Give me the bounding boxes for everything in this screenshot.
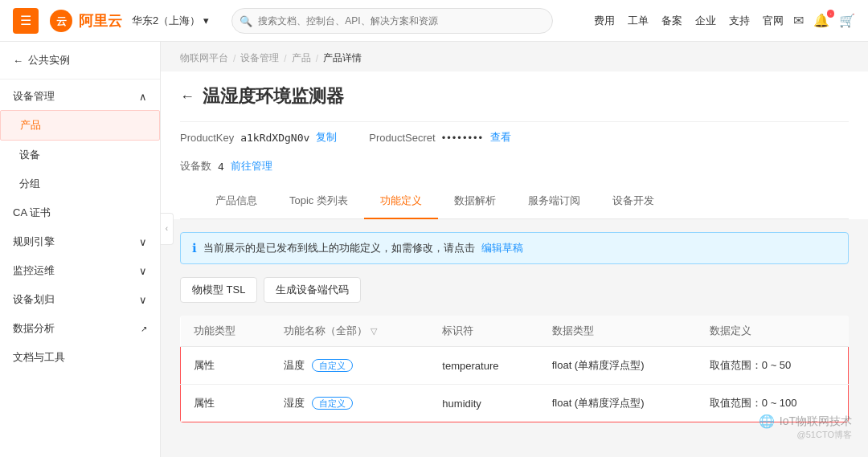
mail-icon[interactable]: ✉ [793,13,804,28]
sidebar-item-product[interactable]: 产品 [0,110,160,141]
col-type: 功能类型 [181,316,271,347]
filter-icon[interactable]: ▽ [371,326,377,337]
nav-link-beian[interactable]: 备案 [661,14,682,28]
col-name: 功能名称（全部） ▽ [271,316,430,347]
nav-link-fees[interactable]: 费用 [594,14,615,28]
row1-type: 属性 [181,347,271,385]
dataanalysis-label: 数据分析 [13,321,55,336]
sidebar-section-dataanalysis: 数据分析 ↗ [0,314,160,343]
nav-link-official[interactable]: 官网 [763,14,784,28]
bell-icon[interactable]: 🔔· [813,13,829,28]
page-header: ← 温湿度环境监测器 ProductKey a1kRdXDgN0v 复制 Pro… [161,71,868,219]
logo: 云 阿里云 [48,8,122,34]
hamburger-button[interactable]: ☰ [13,8,39,34]
col-datadef: 数据定义 [697,316,849,347]
content-area: ℹ 当前展示的是已发布到线上的功能定义，如需修改，请点击 编辑草稿 物模型 TS… [161,219,868,435]
copy-button[interactable]: 复制 [316,130,337,145]
product-secret-item: ProductSecret •••••••• 查看 [369,130,511,145]
sidebar-group-docs[interactable]: 文档与工具 [0,343,160,372]
nav-icons: ✉ 🔔· 🛒 [793,13,855,28]
rules-label: 规则引擎 [13,235,55,249]
global-search[interactable]: 🔍 [231,8,553,34]
search-input[interactable] [231,8,553,34]
product-key-item: ProductKey a1kRdXDgN0v 复制 [180,130,337,145]
main-layout: ← 公共实例 设备管理 ∧ 产品 设备 分组 CA 证书 规则引擎 ∨ [0,42,868,457]
sidebar-item-ca[interactable]: CA 证书 [0,198,160,227]
breadcrumb-iot[interactable]: 物联网平台 [180,51,228,65]
hamburger-icon: ☰ [20,13,31,28]
sidebar-item-group[interactable]: 分组 [0,169,160,198]
edit-draft-link[interactable]: 编辑草稿 [481,241,523,255]
sidebar-section-ca: CA 证书 [0,198,160,227]
page-back-button[interactable]: ← [180,88,194,105]
gen-code-button[interactable]: 生成设备端代码 [264,277,361,303]
row1-datatype: float (单精度浮点型) [539,347,697,385]
breadcrumb-product[interactable]: 产品 [292,51,311,65]
table-body: 属性 温度 自定义 temperature float (单精度浮点型) 取值范… [181,347,849,422]
row1-tag: 自定义 [312,359,353,372]
sidebar-group-monitor[interactable]: 监控运维 ∨ [0,256,160,285]
sidebar-section-device-mgmt: 设备管理 ∧ 产品 设备 分组 [0,80,160,198]
aliyun-logo-icon: 云 [48,8,74,34]
tab-data-parse[interactable]: 数据解析 [438,184,512,219]
chevron-down-icon: ▾ [203,14,209,27]
row2-tag: 自定义 [312,397,353,410]
product-key-label: ProductKey [180,132,234,144]
region-selector[interactable]: 华东2（上海） ▾ [132,14,209,28]
breadcrumb-device-mgmt[interactable]: 设备管理 [240,51,279,65]
table-header-row: 功能类型 功能名称（全部） ▽ 标识符 数据类型 数据定义 [181,316,849,347]
breadcrumb-sep1: / [233,53,235,64]
nav-link-enterprise[interactable]: 企业 [695,14,716,28]
sidebar-item-device[interactable]: 设备 [0,141,160,169]
row1-identifier: temperature [429,347,538,385]
sidebar-group-provision[interactable]: 设备划归 ∨ [0,285,160,314]
breadcrumb-sep3: / [316,53,318,64]
sidebar-back-label: 公共实例 [28,53,70,67]
device-count-label: 设备数 [180,159,211,173]
info-icon: ℹ [192,241,197,255]
device-count-value: 4 [218,161,224,173]
top-navigation: ☰ 云 阿里云 华东2（上海） ▾ 🔍 费用 工单 备案 企业 支持 官网 ✉ … [0,0,868,42]
nav-link-support[interactable]: 支持 [729,14,750,28]
row1-name: 温度 自定义 [271,347,430,385]
page-title-row: ← 温湿度环境监测器 [180,84,849,108]
row1-datadef: 取值范围：0 ~ 50 [697,347,849,385]
product-key-value: a1kRdXDgN0v [240,132,309,144]
svg-text:云: 云 [56,15,67,27]
monitor-label: 监控运维 [13,263,55,278]
col-identifier: 标识符 [429,316,538,347]
tab-service-sub[interactable]: 服务端订阅 [512,184,596,219]
external-link-icon: ↗ [141,324,147,333]
row2-name: 湿度 自定义 [271,385,430,422]
sidebar-group-dataanalysis[interactable]: 数据分析 ↗ [0,314,160,343]
sidebar-section-monitor: 监控运维 ∨ [0,256,160,285]
sidebar-group-rules[interactable]: 规则引擎 ∨ [0,227,160,256]
sidebar-back-button[interactable]: ← 公共实例 [0,42,160,80]
sidebar-section-provision: 设备划归 ∨ [0,285,160,314]
breadcrumb-current: 产品详情 [323,51,362,65]
view-secret-button[interactable]: 查看 [490,130,511,145]
row2-datatype: float (单精度浮点型) [539,385,697,422]
tab-product-info[interactable]: 产品信息 [199,184,273,219]
row2-datadef: 取值范围：0 ~ 100 [697,385,849,422]
tab-function-def[interactable]: 功能定义 [364,184,438,219]
feature-table: 功能类型 功能名称（全部） ▽ 标识符 数据类型 数据定义 [180,316,849,422]
region-label: 华东2（上海） [132,14,200,28]
manage-devices-link[interactable]: 前往管理 [231,159,272,173]
tab-device-dev[interactable]: 设备开发 [596,184,670,219]
tab-topic-list[interactable]: Topic 类列表 [273,184,364,219]
info-text: 当前展示的是已发布到线上的功能定义，如需修改，请点击 [203,241,475,255]
nav-link-ticket[interactable]: 工单 [628,14,649,28]
nav-links: 费用 工单 备案 企业 支持 官网 [594,14,784,28]
tsl-button[interactable]: 物模型 TSL [180,277,257,303]
meta-row-devices: 设备数 4 前往管理 [180,153,849,183]
row2-type: 属性 [181,385,271,422]
chevron-down-icon: ∨ [139,236,147,248]
main-content: 物联网平台 / 设备管理 / 产品 / 产品详情 ← 温湿度环境监测器 Prod… [161,42,868,457]
sidebar-group-device-mgmt[interactable]: 设备管理 ∧ [0,80,160,110]
cart-icon[interactable]: 🛒 [839,13,855,28]
meta-row-keys: ProductKey a1kRdXDgN0v 复制 ProductSecret … [180,121,849,153]
feature-table-wrap: 功能类型 功能名称（全部） ▽ 标识符 数据类型 数据定义 [180,316,849,422]
row2-identifier: humidity [429,385,538,422]
breadcrumb: 物联网平台 / 设备管理 / 产品 / 产品详情 [161,42,868,71]
